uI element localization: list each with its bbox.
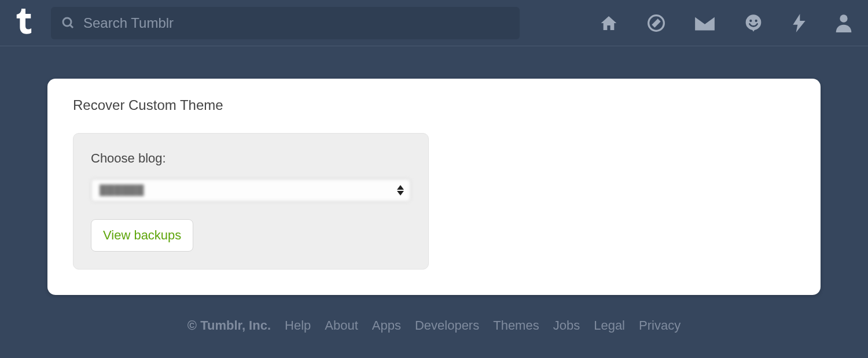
tumblr-logo[interactable]	[12, 6, 35, 40]
svg-point-7	[840, 14, 847, 22]
choose-blog-panel: Choose blog: ██████ View backups	[73, 133, 429, 270]
footer-link-help[interactable]: Help	[285, 318, 311, 333]
lightning-icon[interactable]	[792, 14, 807, 32]
page-container: Recover Custom Theme Choose blog: ██████…	[0, 46, 868, 333]
footer-copyright: © Tumblr, Inc.	[187, 318, 271, 333]
svg-line-1	[70, 25, 73, 28]
search-input[interactable]	[83, 15, 509, 31]
page-title: Recover Custom Theme	[73, 97, 795, 113]
svg-point-4	[746, 14, 762, 30]
footer-link-developers[interactable]: Developers	[415, 318, 479, 333]
svg-point-0	[63, 18, 71, 26]
svg-marker-3	[653, 20, 660, 26]
footer: © Tumblr, Inc. Help About Apps Developer…	[47, 318, 821, 333]
mail-icon[interactable]	[694, 15, 715, 31]
footer-link-about[interactable]: About	[325, 318, 358, 333]
main-card: Recover Custom Theme Choose blog: ██████…	[47, 79, 821, 295]
home-icon[interactable]	[599, 14, 618, 32]
smiley-icon[interactable]	[744, 14, 763, 32]
search-icon	[61, 16, 75, 30]
top-navbar	[0, 0, 868, 46]
search-container	[51, 7, 520, 39]
blog-select-wrap: ██████	[91, 179, 411, 202]
nav-right	[599, 14, 852, 32]
footer-link-jobs[interactable]: Jobs	[553, 318, 580, 333]
footer-link-privacy[interactable]: Privacy	[639, 318, 681, 333]
compass-icon[interactable]	[647, 14, 665, 32]
footer-link-themes[interactable]: Themes	[493, 318, 539, 333]
blog-select[interactable]: ██████	[91, 179, 411, 202]
view-backups-button[interactable]: View backups	[91, 219, 193, 252]
svg-point-6	[755, 19, 757, 21]
choose-blog-label: Choose blog:	[91, 151, 411, 166]
footer-link-apps[interactable]: Apps	[372, 318, 401, 333]
svg-point-5	[749, 19, 752, 21]
footer-link-legal[interactable]: Legal	[594, 318, 625, 333]
person-icon[interactable]	[836, 14, 852, 32]
